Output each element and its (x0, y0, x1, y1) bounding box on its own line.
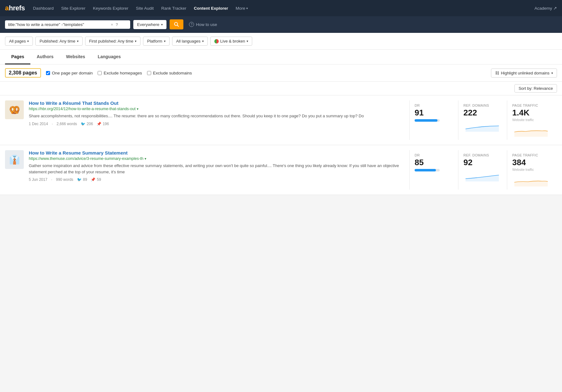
filter-all-languages-label: All languages (176, 39, 201, 43)
result-meta: 1 Dec 2014 · 2,666 words 🐦 206 📌 196 (29, 122, 404, 126)
nav-rank-tracker[interactable]: Rank Tracker (158, 4, 189, 13)
exclude-subdomains-checkbox-label[interactable]: Exclude subdomains (147, 71, 192, 75)
search-button[interactable] (170, 19, 183, 29)
filter-published[interactable]: Published: Any time ▾ (35, 37, 82, 46)
tab-pages[interactable]: Pages (5, 50, 30, 64)
chevron-down-icon: ▾ (27, 39, 29, 43)
result-words: 990 words (56, 177, 73, 182)
clear-icon[interactable]: × (111, 22, 113, 27)
result-title-link[interactable]: How to Write a Résumé That Stands Out (29, 100, 404, 106)
logo-a: a (5, 4, 9, 12)
result-content: How to Write a Résumé That Stands Out ht… (29, 100, 404, 140)
dr-metric-col: DR 91 (409, 100, 453, 140)
website-traffic-label: Website traffic (512, 168, 552, 171)
result-url-link[interactable]: https://www.themuse.com/advice/3-resume-… (29, 156, 143, 161)
help-icon[interactable]: ? (116, 22, 118, 27)
dr-bar-container (415, 119, 440, 122)
result-thumbnail: 🥨 (5, 100, 24, 119)
result-pinterest-meta: 📌 196 (97, 122, 109, 126)
filter-platform-label: Platform (147, 39, 162, 43)
chevron-down-icon: ▾ (77, 39, 79, 43)
one-per-domain-checkbox[interactable] (46, 71, 50, 75)
result-title-link[interactable]: How to Write a Resume Summary Statement (29, 150, 404, 155)
svg-line-1 (177, 25, 179, 27)
result-date: 5 Jun 2017 (29, 177, 47, 182)
dr-value: 91 (415, 109, 448, 117)
ref-domains-sparkline (463, 119, 501, 132)
result-url-link[interactable]: https://hbr.org/2014/12/how-to-write-a-r… (29, 107, 135, 111)
nav-more-label: More (236, 6, 245, 11)
page-traffic-sparkline (512, 124, 550, 137)
nav-dashboard[interactable]: Dashboard (30, 4, 57, 13)
pinterest-icon: 📌 (91, 177, 95, 182)
ref-domains-value: 92 (463, 158, 497, 166)
ref-domains-sparkline (463, 169, 501, 181)
result-twitter-meta: 🐦 89 (77, 177, 87, 182)
scope-dropdown[interactable]: Everywhere ▾ (133, 20, 166, 29)
chevron-down-icon: ▾ (135, 39, 136, 43)
ref-domains-metric-col: Ref. domains 92 (458, 150, 502, 190)
chevron-down-icon: ▾ (161, 23, 163, 26)
result-date: 1 Dec 2014 (29, 122, 48, 126)
filter-first-published-label: First published: Any time (89, 39, 134, 43)
filter-published-label: Published: Any time (39, 39, 75, 43)
dr-bar-container (415, 169, 440, 171)
filter-all-languages[interactable]: All languages ▾ (172, 37, 208, 46)
tab-languages[interactable]: Languages (91, 50, 127, 64)
ref-domains-label: Ref. domains (463, 104, 497, 107)
tab-websites[interactable]: Websites (60, 50, 91, 64)
filter-live-broken[interactable]: Live & broken ▾ (210, 37, 253, 46)
sort-button[interactable]: Sort by: Relevance (514, 84, 557, 93)
search-icon (174, 22, 179, 27)
dr-value: 85 (415, 158, 448, 166)
filter-platform[interactable]: Platform ▾ (143, 37, 169, 46)
search-input[interactable] (8, 22, 108, 27)
one-per-domain-checkbox-label[interactable]: One page per domain (46, 71, 93, 75)
logo-rest: hrefs (9, 4, 25, 12)
ref-domains-value: 222 (463, 109, 497, 117)
exclude-homepages-checkbox[interactable] (98, 71, 102, 75)
filter-all-pages[interactable]: All pages ▾ (5, 37, 33, 46)
green-arrow-icon: ▾ (137, 107, 139, 111)
exclude-homepages-label: Exclude homepages (104, 71, 142, 75)
results-container: 🥨 How to Write a Résumé That Stands Out … (0, 95, 562, 195)
chevron-down-icon: ▾ (246, 7, 248, 10)
nav-academy[interactable]: Academy ↗ (534, 6, 557, 11)
highlight-unlinked-label: Highlight unlinked domains (501, 71, 549, 75)
top-nav: ahrefs Dashboard Site Explorer Keywords … (0, 0, 562, 16)
exclude-homepages-checkbox-label[interactable]: Exclude homepages (98, 71, 142, 75)
pages-count-badge: 2,308 pages (5, 68, 41, 78)
search-input-wrapper: × ? (5, 20, 130, 29)
question-circle-icon: ? (189, 22, 194, 27)
page-traffic-metric-col: Page traffic 384 Website traffic (507, 150, 557, 190)
result-thumbnail: 👔 (5, 150, 24, 169)
exclude-subdomains-checkbox[interactable] (147, 71, 151, 75)
filter-bar: All pages ▾ Published: Any time ▾ First … (0, 33, 562, 50)
ref-domains-metric-col: Ref. domains 222 (458, 100, 502, 140)
chevron-down-icon: ▾ (164, 39, 166, 43)
chevron-down-icon: ▾ (247, 39, 248, 43)
twitter-icon: 🐦 (81, 122, 85, 126)
result-url: https://www.themuse.com/advice/3-resume-… (29, 156, 404, 161)
twitter-icon: 🐦 (77, 177, 82, 182)
how-to-use[interactable]: ? How to use (189, 22, 217, 27)
logo[interactable]: ahrefs (5, 4, 25, 12)
result-twitter-count: 206 (87, 122, 93, 126)
ref-domains-label: Ref. domains (463, 153, 497, 157)
highlight-unlinked-btn[interactable]: ⛓ Highlight unlinked domains ▾ (491, 69, 557, 78)
nav-site-explorer[interactable]: Site Explorer (58, 4, 89, 13)
nav-more[interactable]: More ▾ (232, 4, 251, 13)
result-twitter-count: 89 (83, 177, 87, 182)
nav-content-explorer[interactable]: Content Explorer (191, 4, 232, 13)
controls-row: 2,308 pages One page per domain Exclude … (0, 64, 562, 82)
result-description: Gather some inspiration and advice from … (29, 163, 404, 175)
result-meta: 5 Jun 2017 · 990 words 🐦 89 📌 59 (29, 177, 404, 182)
green-arrow-icon: ▾ (145, 157, 146, 161)
nav-keywords-explorer[interactable]: Keywords Explorer (90, 4, 131, 13)
result-pinterest-meta: 📌 59 (91, 177, 101, 182)
link-icon: ⛓ (495, 71, 499, 75)
page-traffic-metric-col: Page traffic 1.4K Website traffic (507, 100, 557, 140)
nav-site-audit[interactable]: Site Audit (133, 4, 157, 13)
tab-authors[interactable]: Authors (30, 50, 60, 64)
filter-first-published[interactable]: First published: Any time ▾ (85, 37, 141, 46)
